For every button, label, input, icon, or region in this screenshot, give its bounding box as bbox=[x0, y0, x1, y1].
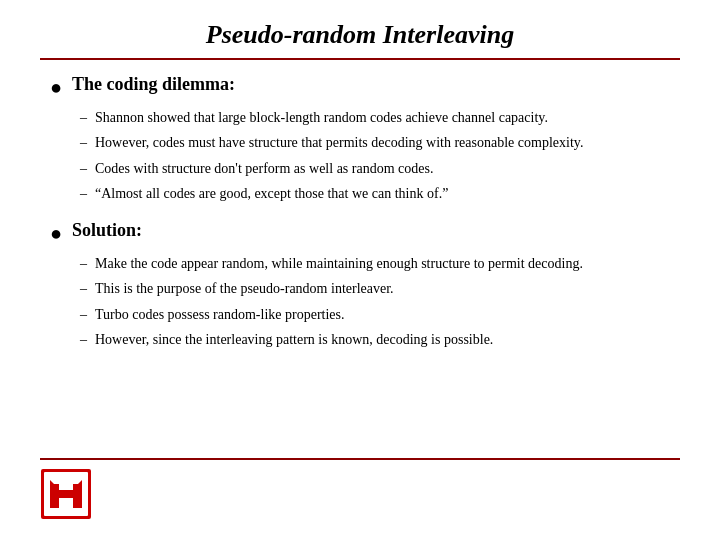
bullet-header-label-1: The coding dilemma: bbox=[72, 74, 235, 95]
list-item: – However, since the interleaving patter… bbox=[80, 330, 680, 350]
dash-icon: – bbox=[80, 279, 87, 299]
title-area: Pseudo-random Interleaving bbox=[40, 20, 680, 60]
dash-icon: – bbox=[80, 108, 87, 128]
dash-icon: – bbox=[80, 133, 87, 153]
list-item: – However, codes must have structure tha… bbox=[80, 133, 680, 153]
content-area: ● The coding dilemma: – Shannon showed t… bbox=[40, 74, 680, 454]
sub-item-text: Codes with structure don't perform as we… bbox=[95, 159, 433, 179]
sub-item-text: However, codes must have structure that … bbox=[95, 133, 583, 153]
svg-rect-4 bbox=[50, 490, 82, 498]
slide-title: Pseudo-random Interleaving bbox=[206, 20, 514, 49]
sub-item-text: Turbo codes possess random-like properti… bbox=[95, 305, 345, 325]
sub-items-1: – Shannon showed that large block-length… bbox=[50, 108, 680, 204]
dash-icon: – bbox=[80, 184, 87, 204]
footer bbox=[40, 458, 680, 520]
uh-logo bbox=[40, 468, 92, 520]
list-item: – Turbo codes possess random-like proper… bbox=[80, 305, 680, 325]
dash-icon: – bbox=[80, 305, 87, 325]
sub-item-text: Shannon showed that large block-length r… bbox=[95, 108, 548, 128]
slide: Pseudo-random Interleaving ● The coding … bbox=[0, 0, 720, 540]
sub-items-2: – Make the code appear random, while mai… bbox=[50, 254, 680, 350]
bullet-dot-2: ● bbox=[50, 220, 62, 246]
sub-item-text: However, since the interleaving pattern … bbox=[95, 330, 493, 350]
list-item: – Shannon showed that large block-length… bbox=[80, 108, 680, 128]
sub-item-text: Make the code appear random, while maint… bbox=[95, 254, 583, 274]
bullet-header-2: ● Solution: bbox=[50, 220, 680, 246]
list-item: – “Almost all codes are good, except tho… bbox=[80, 184, 680, 204]
list-item: – Codes with structure don't perform as … bbox=[80, 159, 680, 179]
list-item: – This is the purpose of the pseudo-rand… bbox=[80, 279, 680, 299]
bullet-header-label-2: Solution: bbox=[72, 220, 142, 241]
dash-icon: – bbox=[80, 159, 87, 179]
dash-icon: – bbox=[80, 254, 87, 274]
bullet-section-1: ● The coding dilemma: – Shannon showed t… bbox=[50, 74, 680, 204]
bullet-dot-1: ● bbox=[50, 74, 62, 100]
list-item: – Make the code appear random, while mai… bbox=[80, 254, 680, 274]
bullet-section-2: ● Solution: – Make the code appear rando… bbox=[50, 220, 680, 350]
sub-item-text: “Almost all codes are good, except those… bbox=[95, 184, 448, 204]
dash-icon: – bbox=[80, 330, 87, 350]
bullet-header-1: ● The coding dilemma: bbox=[50, 74, 680, 100]
sub-item-text: This is the purpose of the pseudo-random… bbox=[95, 279, 394, 299]
